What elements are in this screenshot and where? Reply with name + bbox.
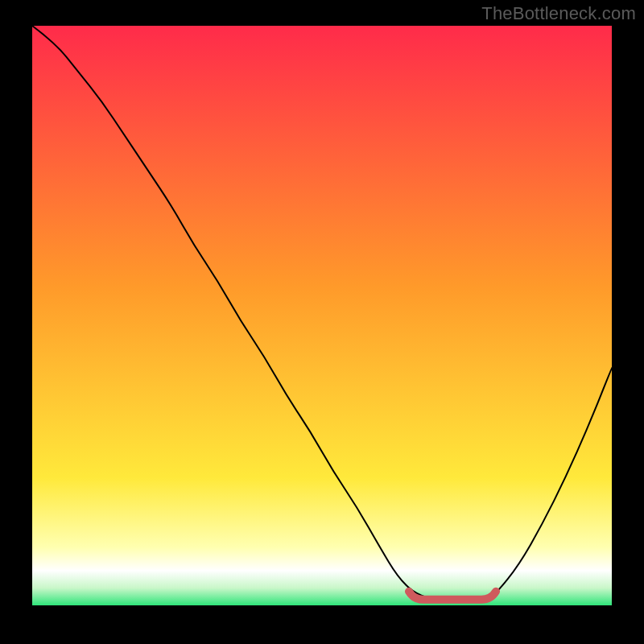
chart-stage: TheBottleneck.com xyxy=(0,0,644,644)
gradient-background xyxy=(32,26,612,605)
chart-svg xyxy=(32,26,612,605)
plot-area xyxy=(32,26,612,605)
watermark-text: TheBottleneck.com xyxy=(481,3,636,24)
